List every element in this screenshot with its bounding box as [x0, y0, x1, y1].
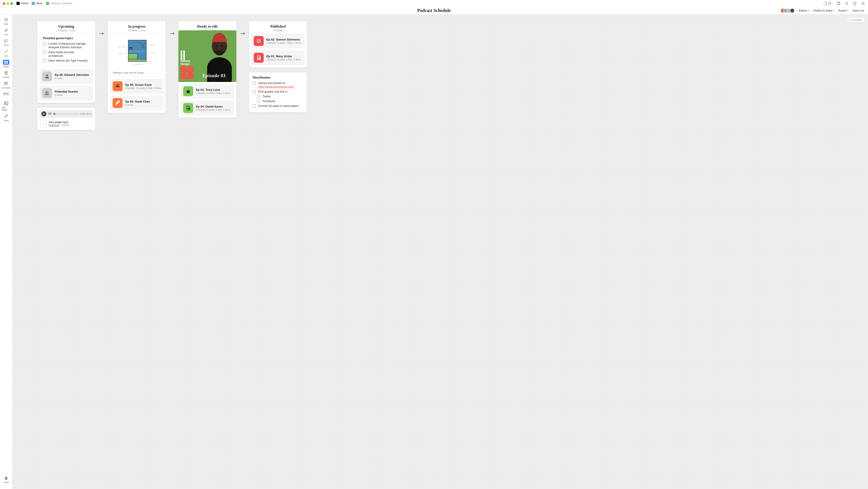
- board-subtitle: 2 boards, 8 cards, 3 files, 2 docs: [196, 109, 230, 111]
- breadcrumb-page[interactable]: Podcast Schedule: [51, 2, 72, 5]
- bell-icon[interactable]: [852, 1, 857, 6]
- buzzsprout-link[interactable]: https://www.buzzsprout.com/: [258, 85, 294, 88]
- column-upcoming[interactable]: Upcoming 2 boards, 1 card Potential gues…: [37, 21, 95, 103]
- svg-rect-10: [4, 102, 8, 105]
- pencil-icon: [113, 98, 123, 108]
- sketch-image: BD txt img a b: [113, 36, 161, 70]
- todo-item[interactable]: Facebook: [257, 99, 303, 103]
- tool-board[interactable]: Board: [2, 60, 11, 68]
- device-count-badge[interactable]: 21: [823, 1, 833, 5]
- checkbox-icon[interactable]: [253, 82, 256, 85]
- todo-item[interactable]: Convert all audio to transcription: [253, 104, 303, 108]
- checkbox-icon[interactable]: [257, 95, 260, 98]
- apple-icon: [183, 86, 193, 96]
- checkbox-icon[interactable]: [43, 59, 46, 62]
- board-subtitle: 2 boards, 8 cards, 3 files, 2 docs: [267, 58, 301, 61]
- maximize-window-icon[interactable]: [10, 2, 13, 5]
- checkbox-icon[interactable]: [43, 42, 46, 45]
- zoom-out-button[interactable]: Zoom out: [852, 9, 864, 12]
- audio-card[interactable]: 0:00 / 0:11 ♪ Intro jingle.mp3 Download …: [37, 108, 95, 130]
- image-caption: Podcast cover art for Susan: [113, 71, 161, 74]
- tool-link[interactable]: Link: [2, 28, 11, 36]
- export-dropdown[interactable]: Export▾: [839, 9, 848, 12]
- phone-icon: [825, 2, 827, 5]
- avatar[interactable]: [790, 8, 795, 13]
- audio-time: 0:00 / 0:11: [81, 113, 91, 115]
- episode-label: Episode 03: [203, 73, 226, 78]
- tool-note[interactable]: Note: [2, 17, 11, 25]
- titlebar: ⌂ Home / Work / Podcast Schedule 21: [0, 0, 868, 7]
- svg-text:b: b: [154, 52, 155, 54]
- tool-line[interactable]: Line: [2, 49, 11, 57]
- checkbox-icon[interactable]: [43, 51, 46, 54]
- unsorted-badge[interactable]: 0 Unsorted: [847, 18, 864, 22]
- close-window-icon[interactable]: [3, 2, 5, 5]
- window-controls[interactable]: [3, 2, 13, 5]
- column-subtitle: 2 boards: [251, 29, 305, 32]
- breadcrumb-work[interactable]: Work: [36, 2, 42, 5]
- canvas[interactable]: 0 Unsorted Upcoming 2 boards, 1 card Pot…: [12, 15, 868, 489]
- image-card[interactable]: BD txt img a b: [110, 33, 163, 77]
- tool-column[interactable]: Column: [2, 70, 11, 78]
- column-title: In progress: [110, 24, 163, 29]
- svg-rect-5: [4, 61, 6, 62]
- tool-draw[interactable]: Draw: [2, 114, 11, 121]
- todo-item[interactable]: Zaha Hadid futuristic architecture: [43, 51, 90, 58]
- editors-dropdown[interactable]: Editors▾: [799, 9, 809, 12]
- board-title: Potential Guests: [55, 90, 78, 93]
- help-icon[interactable]: [836, 1, 841, 6]
- column-subtitle: 2 boards, 1 card: [110, 29, 163, 32]
- folder-icon[interactable]: [46, 2, 49, 5]
- audio-progress[interactable]: [53, 113, 79, 114]
- svg-rect-17: [128, 59, 146, 62]
- collaborator-avatars[interactable]: [782, 8, 795, 13]
- play-button[interactable]: [41, 111, 46, 116]
- board-card[interactable]: Ep 02: Damon Simmons2 boards, 8 cards, 3…: [251, 33, 305, 49]
- tool-trash[interactable]: Trash: [2, 476, 11, 484]
- volume-icon[interactable]: [48, 112, 51, 116]
- board-card[interactable]: TTF Ep 04: David Karen2 boards, 8 cards,…: [181, 100, 234, 115]
- svg-rect-27: [212, 39, 227, 42]
- board-subtitle: 2 boards, 8 cards, 3 files, 2 docs: [267, 41, 301, 44]
- column-published[interactable]: Published 2 boards Ep 02: Damon Simmons2…: [249, 21, 307, 67]
- tool-comment[interactable]: Comment: [2, 81, 11, 89]
- todo-item[interactable]: Post graphic and link to: [253, 90, 303, 93]
- brand-badge: ▌▌▌▌ Behind Design: [181, 51, 190, 66]
- board-card[interactable]: Potential Guests0 cards: [39, 86, 93, 100]
- search-icon[interactable]: [844, 1, 849, 6]
- arrow-icon: [240, 32, 245, 35]
- card-distribution[interactable]: Distribution Upload and publish to https…: [249, 73, 307, 112]
- trash-icon: [3, 476, 9, 481]
- invader-icon: [113, 81, 123, 91]
- board-card[interactable]: TTF Ep 01: Mary Urske2 boards, 8 cards, …: [251, 50, 305, 65]
- todo-item[interactable]: Hanz Hermin the Type Foundry: [43, 59, 90, 62]
- card-potential-guests[interactable]: Potential guests/topics London Undergrou…: [39, 33, 93, 66]
- checkbox-icon[interactable]: [257, 99, 260, 103]
- todo-item[interactable]: Upload and publish to https://www.buzzsp…: [253, 81, 303, 89]
- tool-todo[interactable]: To-do: [2, 38, 11, 47]
- column-ready[interactable]: Ready to edit 2 boards, 1 card: [179, 21, 236, 118]
- tool-more[interactable]: •••: [2, 92, 11, 96]
- breadcrumb-home[interactable]: Home: [21, 2, 28, 5]
- minimize-window-icon[interactable]: [6, 2, 9, 5]
- board-card[interactable]: Ep 05: Susan Kane8 boards, 14 cards, 6 f…: [110, 79, 163, 94]
- image-icon: [3, 101, 9, 106]
- column-title: Ready to edit: [181, 24, 234, 29]
- gear-icon[interactable]: [861, 1, 865, 6]
- todo-item[interactable]: Twitter: [257, 95, 303, 98]
- board-card[interactable]: Ep 03: Tony Love2 boards, 8 cards, 3 fil…: [181, 84, 234, 99]
- column-in-progress[interactable]: In progress 2 boards, 1 card BD: [108, 21, 166, 113]
- checkbox-icon[interactable]: [253, 90, 256, 93]
- board-card[interactable]: Ep 06: Hank Chez0 cards: [110, 95, 163, 111]
- svg-point-3: [846, 2, 848, 4]
- publish-dropdown[interactable]: Publish & share▾: [813, 9, 835, 12]
- home-icon[interactable]: ⌂: [17, 2, 20, 5]
- todo-item[interactable]: London Underground signage designer Edwa…: [43, 42, 90, 49]
- folder-icon[interactable]: [32, 2, 35, 5]
- board-card[interactable]: Ep 06: Edward Johnston0 cards: [39, 69, 93, 84]
- tool-add-image[interactable]: Add image: [2, 101, 11, 111]
- checkbox-icon[interactable]: [253, 104, 256, 108]
- board-subtitle: 0 cards: [55, 77, 89, 80]
- episode-cover[interactable]: ▌▌▌▌ Behind Design: [179, 30, 236, 82]
- download-link[interactable]: Download: [49, 124, 59, 126]
